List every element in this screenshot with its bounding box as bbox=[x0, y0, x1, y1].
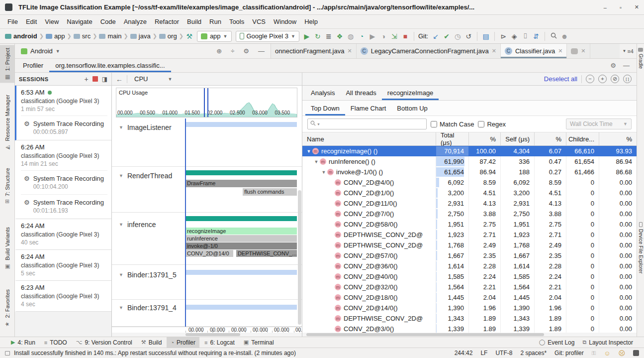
line-ending-indicator[interactable]: LF bbox=[480, 350, 487, 357]
caret-position[interactable]: 244:42 bbox=[455, 350, 473, 357]
menu-item-vcs[interactable]: VCS bbox=[249, 16, 269, 27]
maximize-button[interactable]: ▫ bbox=[620, 4, 622, 10]
sync-gradle-icon[interactable]: ⇵ bbox=[531, 32, 542, 40]
thread-state-bar[interactable] bbox=[185, 270, 297, 275]
table-row[interactable]: mCONV_2D@4/0()6,0928.596,0928.5900.00 bbox=[302, 177, 637, 188]
breadcrumb-item-app[interactable]: app bbox=[46, 32, 65, 40]
menu-item-run[interactable]: Run bbox=[206, 16, 225, 27]
hammer-icon[interactable]: ⚒ bbox=[184, 32, 195, 40]
toolwindow-button-6-logcat[interactable]: ≡6: Logcat bbox=[200, 337, 239, 348]
trace-event-conv-2d-14-0[interactable]: CONV_2D@14/0 bbox=[185, 250, 233, 257]
table-row[interactable]: ▼mrunInference() ()61,99087.423360.4761,… bbox=[302, 156, 637, 167]
table-row[interactable]: mCONV_2D@36/0()1,6142.281,6142.2800.00 bbox=[302, 261, 637, 271]
subtab-bottom-up[interactable]: Bottom Up bbox=[391, 101, 433, 116]
menu-item-analyze[interactable]: Analyze bbox=[120, 16, 150, 27]
menu-item-file[interactable]: File bbox=[4, 16, 21, 27]
column-header-6[interactable]: % bbox=[599, 132, 637, 145]
thread-list-scrollbar[interactable] bbox=[298, 190, 301, 325]
hide-panel-icon[interactable]: — bbox=[623, 62, 630, 69]
subtab-top-down[interactable]: Top Down bbox=[305, 101, 345, 116]
happy-face-icon[interactable]: ☺ bbox=[604, 350, 610, 357]
apply-code-changes-icon[interactable]: ≣ bbox=[323, 32, 334, 40]
column-header-5[interactable]: Childre... bbox=[566, 132, 599, 145]
table-row[interactable]: mCONV_2D@1/0()3,2004.513,2004.5100.00 bbox=[302, 188, 637, 198]
sidebar-item-1-project[interactable]: ▦1: Project bbox=[0, 45, 14, 83]
encoding-indicator[interactable]: UTF-8 bbox=[495, 350, 512, 357]
session-item[interactable]: 6:24 AMclassification (Google Pixel 3)40… bbox=[15, 219, 111, 250]
tab-all-threads[interactable]: All threads bbox=[340, 86, 381, 100]
attach-debugger-icon[interactable]: ◑ bbox=[378, 32, 389, 40]
locate-file-icon[interactable]: ⊕ bbox=[213, 47, 225, 55]
column-header-4[interactable]: % bbox=[534, 132, 566, 145]
close-icon[interactable]: ✕ bbox=[581, 48, 585, 54]
git-history-icon[interactable]: ◷ bbox=[452, 32, 463, 40]
filter-text-field[interactable] bbox=[321, 120, 424, 127]
toolwindow-button-terminal[interactable]: ▣Terminal bbox=[240, 337, 278, 348]
column-header-2[interactable]: % bbox=[468, 132, 500, 145]
regex-checkbox[interactable]: Regex bbox=[478, 120, 506, 128]
close-button[interactable]: ✕ bbox=[635, 4, 639, 10]
zoom-in-button[interactable]: + bbox=[598, 75, 607, 83]
session-item[interactable]: 6:26 AMclassification (Google Pixel 3)14… bbox=[15, 140, 111, 219]
table-row[interactable]: mDEPTHWISE_CONV_2D@1,7682.491,7682.4900.… bbox=[302, 240, 637, 250]
menu-item-help[interactable]: Help bbox=[301, 16, 321, 27]
device-manager-icon[interactable]: ◈ bbox=[509, 32, 520, 40]
expand-arrow-icon[interactable]: ▼ bbox=[305, 149, 312, 154]
thread-name[interactable]: ▼Binder:13791_4 bbox=[119, 304, 177, 312]
table-row[interactable]: mCONV_2D@58/0()1,9512.751,9512.7500.00 bbox=[302, 219, 637, 230]
thread-state-bar[interactable] bbox=[185, 122, 297, 127]
table-row[interactable]: ▼minvoke@-1/0() ()61,65486.941880.2761,4… bbox=[302, 167, 637, 177]
project-view-selector[interactable]: Android bbox=[30, 47, 53, 55]
trace-event-depthwise-conv-[interactable]: DEPTHWISE_CONV_... bbox=[236, 250, 297, 257]
table-row[interactable]: ▼mrecognizeImage() ()70,914100.004,3046.… bbox=[302, 146, 637, 156]
match-case-box[interactable] bbox=[431, 121, 437, 127]
trace-event-drawframe[interactable]: DrawFrame bbox=[185, 180, 297, 187]
project-structure-icon[interactable]: ▤ bbox=[480, 32, 491, 40]
sidebar-item-2-favorites[interactable]: ★2: Favorites bbox=[0, 286, 14, 330]
apply-changes-icon[interactable]: ↻ bbox=[312, 32, 323, 40]
thread-state-bar[interactable] bbox=[185, 170, 297, 175]
back-icon[interactable]: ← bbox=[116, 75, 123, 83]
thread-name[interactable]: ▼RenderThread bbox=[119, 172, 172, 180]
toolwindow-button-layout-inspector[interactable]: ⧉Layout Inspector bbox=[578, 337, 637, 348]
breadcrumb-item-org[interactable]: org bbox=[159, 32, 177, 40]
thread-state-bar[interactable] bbox=[185, 216, 297, 221]
git-rollback-icon[interactable]: ↺ bbox=[463, 32, 474, 40]
stop-recording-icon[interactable] bbox=[92, 76, 98, 82]
tab-analysis[interactable]: Analysis bbox=[305, 86, 340, 100]
timeline-scrollbar[interactable] bbox=[112, 333, 302, 337]
zoom-out-button[interactable]: − bbox=[586, 75, 594, 83]
search-input[interactable]: ▼ bbox=[307, 119, 427, 129]
close-icon[interactable]: ✕ bbox=[347, 48, 352, 54]
menu-item-navigate[interactable]: Navigate bbox=[63, 16, 95, 27]
menu-item-view[interactable]: View bbox=[41, 16, 62, 27]
menu-item-refactor[interactable]: Refactor bbox=[151, 16, 183, 27]
editor-tab-legacycameraconnectionfragment-java[interactable]: CLegacyCameraConnectionFragment.java✕ bbox=[357, 44, 501, 58]
thread-name[interactable]: ▼Binder:13791_5 bbox=[119, 271, 177, 279]
hidden-tabs-dropdown[interactable]: ▼≡4 bbox=[620, 44, 637, 58]
trace-event-runinference[interactable]: runInference bbox=[185, 235, 297, 242]
collapse-all-icon[interactable]: ÷ bbox=[228, 47, 237, 55]
menu-item-tools[interactable]: Tools bbox=[226, 16, 248, 27]
editor-tab-classifier-java[interactable]: CClassifier.java✕ bbox=[501, 44, 567, 58]
toolwindow-button-9-version-control[interactable]: ⌥9: Version Control bbox=[72, 337, 136, 348]
menu-item-code[interactable]: Code bbox=[97, 16, 119, 27]
git-update-icon[interactable]: ↙ bbox=[430, 32, 441, 40]
git-commit-icon[interactable]: ✔ bbox=[441, 32, 452, 40]
thread-state-bar[interactable] bbox=[185, 305, 297, 310]
column-header-3[interactable]: Self (μs) bbox=[500, 132, 534, 145]
subtab-flame-chart[interactable]: Flame Chart bbox=[345, 101, 392, 116]
debug-icon[interactable]: ❖ bbox=[334, 32, 345, 40]
sidebar-item-gradle[interactable]: Gradle bbox=[637, 48, 644, 69]
table-row[interactable]: mCONV_2D@18/0()1,4452.041,4452.0400.00 bbox=[302, 292, 637, 303]
expand-arrow-icon[interactable]: ▼ bbox=[320, 170, 327, 175]
avatar[interactable]: ☻ bbox=[559, 32, 570, 40]
table-row[interactable]: mCONV_2D@11/0()2,9314.132,9314.1300.00 bbox=[302, 198, 637, 209]
breadcrumb-item-main[interactable]: main bbox=[99, 32, 121, 40]
indent-indicator[interactable]: 2 spaces* bbox=[520, 350, 547, 357]
table-row[interactable]: mCONV_2D@57/0()1,6672.351,6672.3500.00 bbox=[302, 250, 637, 261]
table-row[interactable]: mCONV_2D@7/0()2,7503.882,7503.8800.00 bbox=[302, 209, 637, 219]
sidebar-item-build-variants[interactable]: ▣Build Variants bbox=[0, 224, 14, 272]
status-message[interactable]: Install successfully finished in 140 ms.… bbox=[14, 350, 296, 357]
column-header-1[interactable]: Total (μs) bbox=[436, 132, 468, 145]
